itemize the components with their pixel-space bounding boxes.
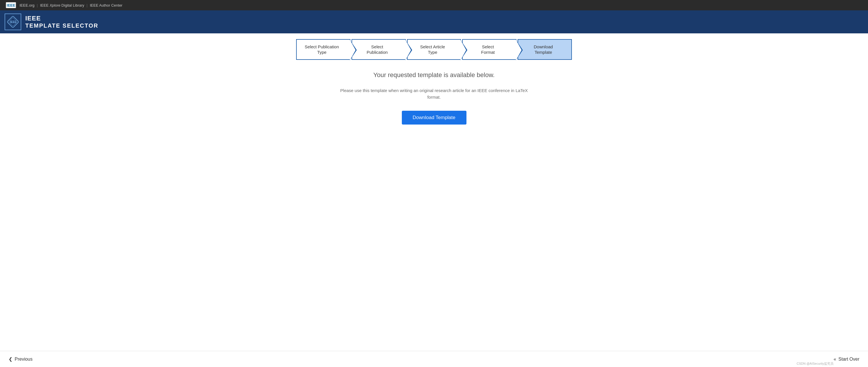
header-subtitle: TEMPLATE SELECTOR	[25, 22, 98, 29]
svg-text:IEEE: IEEE	[10, 21, 17, 24]
step-publication-label: SelectPublication	[367, 44, 388, 55]
chevron-left-icon: ❮	[9, 356, 12, 362]
previous-label: Previous	[14, 357, 32, 362]
nav-link-author-center[interactable]: IEEE Author Center	[90, 3, 122, 7]
page-header: IEEE IEEE TEMPLATE SELECTOR	[0, 10, 868, 33]
step-publication[interactable]: SelectPublication	[351, 39, 406, 60]
nav-sep-1: |	[37, 3, 38, 7]
step-format[interactable]: SelectFormat	[462, 39, 517, 60]
previous-button[interactable]: ❮ Previous	[9, 356, 32, 362]
step-download-template[interactable]: DownloadTemplate	[518, 39, 572, 60]
ieee-diamond-logo: IEEE	[5, 13, 21, 30]
header-title-block: IEEE TEMPLATE SELECTOR	[25, 15, 98, 29]
stepper: Select Publication Type SelectPublicatio…	[296, 39, 572, 60]
step-format-label: SelectFormat	[481, 44, 495, 55]
step-article-type[interactable]: Select ArticleType	[407, 39, 461, 60]
nav-sep-2: |	[87, 3, 87, 7]
double-chevron-left-icon: «	[834, 357, 836, 362]
subtext: Please use this template when writing an…	[334, 87, 534, 101]
header-logo-box: IEEE IEEE TEMPLATE SELECTOR	[0, 11, 103, 33]
watermark: CSDN @AISecurity监究员	[797, 362, 834, 366]
download-template-button[interactable]: Download Template	[402, 111, 466, 124]
center-section: Your requested template is available bel…	[9, 71, 859, 124]
step-publication-type[interactable]: Select Publication Type	[296, 39, 350, 60]
nav-link-ieee-org[interactable]: IEEE.org	[20, 3, 34, 7]
nav-link-xplore[interactable]: IEEE Xplore Digital Library	[40, 3, 84, 7]
top-navigation: IEEE IEEE.org | IEEE Xplore Digital Libr…	[0, 0, 868, 10]
start-over-label: Start Over	[838, 357, 859, 362]
step-article-type-label: Select ArticleType	[420, 44, 445, 55]
start-over-button[interactable]: « Start Over	[834, 357, 859, 362]
footer-nav: ❮ Previous « Start Over	[0, 351, 868, 367]
main-heading: Your requested template is available bel…	[9, 71, 859, 79]
svg-text:IEEE: IEEE	[7, 3, 16, 7]
nav-links: IEEE.org | IEEE Xplore Digital Library |…	[20, 3, 122, 7]
step-publication-type-label: Select Publication Type	[303, 44, 341, 55]
main-content: Select Publication Type SelectPublicatio…	[0, 33, 868, 133]
ieee-logo-small: IEEE	[6, 2, 16, 8]
header-brand: IEEE	[25, 15, 98, 22]
step-download-template-label: DownloadTemplate	[534, 44, 553, 55]
